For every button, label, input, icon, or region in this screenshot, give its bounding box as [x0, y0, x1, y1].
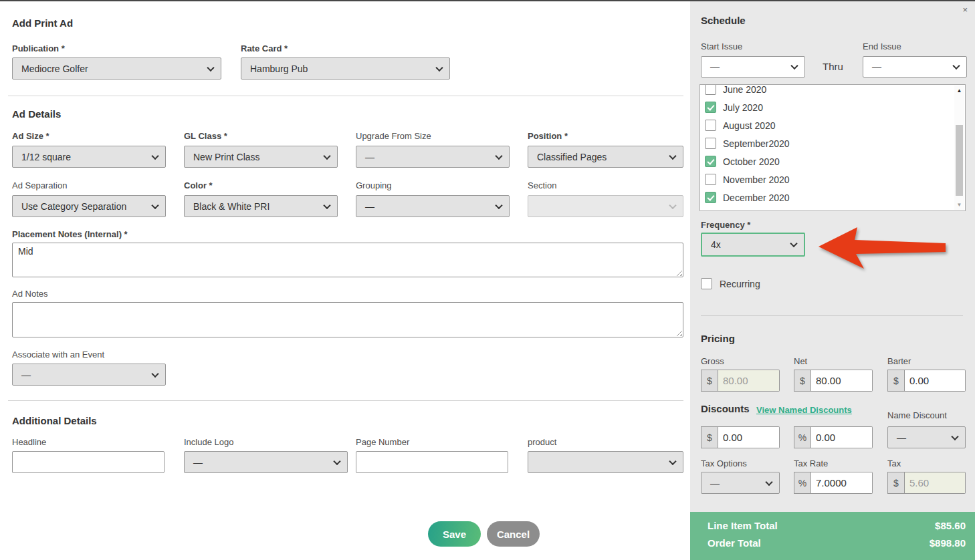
- chevron-down-icon: [952, 62, 960, 69]
- chevron-down-icon: [151, 370, 158, 377]
- grouping-select[interactable]: —: [356, 195, 510, 217]
- ad-separation-select[interactable]: Use Category Separation: [12, 195, 166, 217]
- ad-size-select[interactable]: 1/12 square: [12, 146, 166, 168]
- include-logo-label: Include Logo: [184, 437, 233, 447]
- ad-notes-textarea[interactable]: [12, 302, 683, 337]
- issue-checkbox[interactable]: [705, 102, 716, 113]
- scroll-up-icon[interactable]: ▲: [954, 88, 964, 94]
- scroll-down-icon[interactable]: ▼: [954, 202, 964, 208]
- tax-label: Tax: [887, 458, 901, 468]
- order-total-label: Order Total: [708, 537, 761, 549]
- recurring-checkbox[interactable]: [701, 278, 712, 289]
- additional-details-heading: Additional Details: [12, 415, 97, 426]
- panel-divider: [701, 315, 963, 316]
- chevron-down-icon: [669, 152, 676, 159]
- gl-class-value: New Print Class: [193, 152, 260, 162]
- frequency-select[interactable]: 4x: [701, 233, 805, 257]
- position-label: Position *: [528, 131, 568, 141]
- thru-label: Thru: [823, 61, 843, 72]
- chevron-down-icon: [790, 62, 798, 69]
- grouping-value: —: [365, 201, 374, 212]
- page-number-input[interactable]: [356, 451, 508, 473]
- recurring-row[interactable]: Recurring: [701, 278, 760, 289]
- end-issue-label: End Issue: [863, 41, 901, 51]
- frequency-label: Frequency *: [701, 220, 750, 230]
- issue-row[interactable]: September2020: [705, 134, 953, 152]
- red-arrow-annotation: [817, 226, 948, 270]
- issue-row[interactable]: July 2020: [705, 98, 953, 116]
- publication-select[interactable]: Mediocre Golfer: [12, 57, 221, 80]
- ad-size-value: 1/12 square: [21, 152, 71, 162]
- recurring-label: Recurring: [720, 279, 760, 289]
- view-named-discounts-link[interactable]: View Named Discounts: [756, 405, 852, 415]
- issue-row[interactable]: November 2020: [705, 170, 953, 188]
- cancel-button[interactable]: Cancel: [487, 521, 540, 547]
- issue-checkbox[interactable]: [705, 120, 716, 131]
- issue-row[interactable]: October 2020: [705, 152, 953, 170]
- rate-card-value: Hamburg Pub: [250, 63, 308, 74]
- issue-row[interactable]: December 2020: [705, 188, 953, 206]
- include-logo-select[interactable]: —: [184, 451, 348, 473]
- chevron-down-icon: [495, 152, 502, 159]
- issue-row[interactable]: June 2020: [705, 84, 953, 98]
- chevron-down-icon: [151, 201, 158, 208]
- chevron-down-icon: [951, 432, 958, 440]
- end-issue-select[interactable]: —: [863, 56, 967, 78]
- issue-checkbox[interactable]: [705, 156, 716, 167]
- dollar-prefix: $: [701, 426, 718, 448]
- tax-field: $: [887, 472, 966, 494]
- percent-prefix: %: [794, 472, 811, 494]
- issue-label: August 2020: [723, 120, 776, 131]
- product-select[interactable]: [528, 451, 683, 473]
- headline-input[interactable]: [12, 451, 165, 473]
- dollar-prefix: $: [794, 370, 811, 392]
- issue-checkbox[interactable]: [705, 138, 716, 149]
- issue-label: November 2020: [723, 174, 790, 185]
- issue-label: June 2020: [723, 84, 766, 95]
- close-icon[interactable]: ×: [962, 5, 968, 14]
- issue-label: July 2020: [723, 102, 763, 113]
- tax-options-label: Tax Options: [701, 458, 747, 468]
- scrollbar-thumb[interactable]: [956, 125, 963, 196]
- headline-label: Headline: [12, 437, 46, 447]
- start-issue-select[interactable]: —: [701, 56, 805, 78]
- associate-event-select[interactable]: —: [12, 364, 166, 386]
- rate-card-select[interactable]: Hamburg Pub: [241, 57, 450, 80]
- barter-input[interactable]: [905, 370, 966, 392]
- tax-rate-label: Tax Rate: [794, 458, 828, 468]
- tax-options-select[interactable]: —: [701, 472, 780, 494]
- placement-notes-textarea[interactable]: Mid: [12, 243, 683, 277]
- name-discount-select[interactable]: —: [887, 426, 966, 448]
- position-select[interactable]: Classified Pages: [528, 146, 683, 168]
- placement-notes-label: Placement Notes (Internal) *: [12, 229, 128, 239]
- upgrade-from-size-label: Upgrade From Size: [356, 131, 431, 141]
- issue-row[interactable]: August 2020: [705, 116, 953, 134]
- chevron-down-icon: [669, 457, 676, 464]
- associate-event-value: —: [21, 370, 31, 380]
- discount-percent-input[interactable]: [811, 426, 873, 448]
- tax-options-value: —: [710, 478, 720, 488]
- gross-input: [718, 370, 780, 392]
- section-divider: [8, 96, 683, 96]
- chevron-down-icon: [669, 201, 676, 208]
- upgrade-from-size-select[interactable]: —: [356, 146, 510, 168]
- net-input[interactable]: [811, 370, 873, 392]
- net-label: Net: [794, 356, 807, 366]
- color-select[interactable]: Black & White PRI: [184, 195, 338, 217]
- name-discount-label: Name Discount: [887, 410, 947, 420]
- gl-class-select[interactable]: New Print Class: [184, 146, 338, 168]
- issue-checkbox[interactable]: [705, 192, 716, 203]
- discounts-heading: Discounts: [701, 403, 750, 414]
- issue-label: October 2020: [723, 156, 780, 167]
- tax-rate-input[interactable]: [811, 472, 873, 494]
- discount-dollar-input[interactable]: [718, 426, 780, 448]
- issue-checkbox[interactable]: [705, 84, 716, 95]
- issue-checkbox[interactable]: [705, 174, 716, 185]
- ad-separation-label: Ad Separation: [12, 180, 67, 190]
- gl-class-label: GL Class *: [184, 131, 227, 141]
- ad-separation-value: Use Category Separation: [21, 201, 126, 212]
- chevron-down-icon: [323, 152, 330, 159]
- order-total-value: $898.80: [930, 537, 966, 549]
- scrollbar[interactable]: ▲ ▼: [954, 86, 964, 210]
- save-button[interactable]: Save: [428, 521, 481, 547]
